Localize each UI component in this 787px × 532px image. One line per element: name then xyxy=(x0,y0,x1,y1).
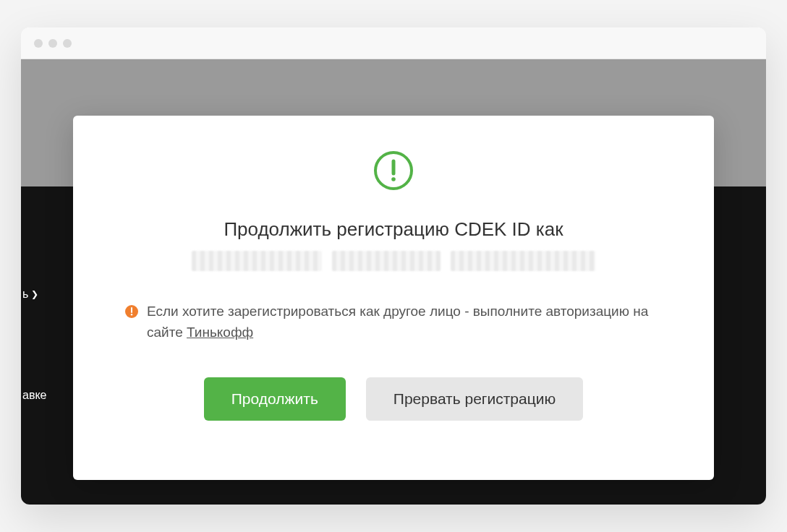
svg-point-2 xyxy=(391,177,396,181)
dialog-title: Продолжить регистрацию CDEK ID как xyxy=(224,218,563,241)
registration-dialog: Продолжить регистрацию CDEK ID как Если … xyxy=(73,116,714,480)
chevron-right-icon: ❯ xyxy=(31,289,38,299)
cancel-registration-button[interactable]: Прервать регистрацию xyxy=(366,377,583,421)
redacted-segment xyxy=(192,251,322,271)
dialog-note-text: Если хотите зарегистрироваться как друго… xyxy=(147,301,662,343)
background-text: ь xyxy=(22,288,28,301)
redacted-segment xyxy=(332,251,441,271)
continue-button[interactable]: Продолжить xyxy=(204,377,346,421)
tinkoff-link[interactable]: Тинькофф xyxy=(187,325,253,340)
window-control-minimize[interactable] xyxy=(48,39,57,48)
window-control-zoom[interactable] xyxy=(63,39,72,48)
dialog-actions: Продолжить Прервать регистрацию xyxy=(204,377,583,421)
background-text: авке xyxy=(22,389,46,401)
header-bar-upper xyxy=(21,59,766,91)
background-text-fragment: авке xyxy=(22,389,46,402)
browser-window: ь ❯ авке Продолжить регистрацию CDEK ID … xyxy=(21,27,766,505)
warning-icon xyxy=(125,305,138,318)
dialog-note: Если хотите зарегистрироваться как друго… xyxy=(119,301,668,343)
redacted-segment xyxy=(451,251,595,271)
window-titlebar xyxy=(21,27,766,59)
redacted-name-row xyxy=(192,251,595,271)
exclamation-circle-icon xyxy=(373,150,414,191)
svg-point-5 xyxy=(131,314,132,315)
window-control-close[interactable] xyxy=(34,39,43,48)
background-text-fragment: ь ❯ xyxy=(22,288,38,301)
